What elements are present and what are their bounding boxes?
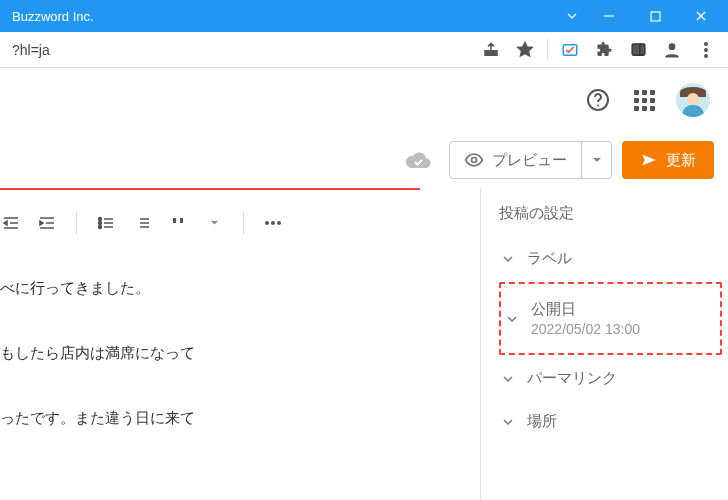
svg-point-22 bbox=[99, 226, 102, 229]
svg-rect-1 bbox=[651, 12, 660, 21]
svg-point-30 bbox=[271, 221, 275, 225]
editor-content[interactable]: べに行ってきました。 もしたら店内は満席になって ったです。また違う日に来て bbox=[0, 234, 480, 437]
sidebar-item-labels[interactable]: ラベル bbox=[499, 237, 722, 280]
sidebar-item-permalink[interactable]: パーマリンク bbox=[499, 357, 722, 400]
quote-dropdown-icon[interactable] bbox=[203, 212, 225, 234]
svg-point-31 bbox=[277, 221, 281, 225]
svg-point-13 bbox=[472, 158, 477, 163]
profile-icon[interactable] bbox=[658, 36, 686, 64]
help-icon[interactable] bbox=[584, 86, 612, 114]
titlebar-dropdown-icon[interactable] bbox=[558, 13, 586, 19]
editor-pane: べに行ってきました。 もしたら店内は満席になって ったです。また違う日に来て bbox=[0, 188, 480, 500]
window-minimize-button[interactable] bbox=[586, 0, 632, 32]
browser-menu-icon[interactable] bbox=[692, 36, 720, 64]
sidebar-title: 投稿の設定 bbox=[499, 204, 722, 223]
sidepanel-icon[interactable] bbox=[624, 36, 652, 64]
sidebar-item-label: 場所 bbox=[527, 412, 718, 431]
url-text[interactable]: ?hl=ja bbox=[8, 42, 471, 58]
more-tools-button[interactable] bbox=[262, 212, 284, 234]
content-line: ったです。また違う日に来て bbox=[0, 398, 470, 437]
editor-toolbar bbox=[0, 208, 480, 234]
preview-label: プレビュー bbox=[492, 151, 567, 170]
chevron-down-icon bbox=[503, 419, 515, 425]
post-settings-sidebar: 投稿の設定 ラベル 公開日 2022/05/02 13:00 パーマリンク 場所 bbox=[480, 188, 728, 500]
quote-button[interactable] bbox=[167, 212, 189, 234]
window-title: Buzzword Inc. bbox=[12, 9, 558, 24]
bookmark-star-icon[interactable] bbox=[511, 36, 539, 64]
numbered-list-button[interactable] bbox=[131, 212, 153, 234]
sidebar-item-label: ラベル bbox=[527, 249, 718, 268]
preview-button[interactable]: プレビュー bbox=[450, 142, 581, 178]
indent-decrease-button[interactable] bbox=[0, 212, 22, 234]
svg-point-8 bbox=[704, 42, 708, 46]
send-icon bbox=[640, 153, 658, 167]
update-label: 更新 bbox=[666, 151, 696, 170]
share-icon[interactable] bbox=[477, 36, 505, 64]
extension-permit-icon[interactable] bbox=[556, 36, 584, 64]
addressbar-separator bbox=[547, 39, 548, 61]
sidebar-item-label: パーマリンク bbox=[527, 369, 718, 388]
account-avatar[interactable] bbox=[676, 83, 710, 117]
sidebar-item-publish-date[interactable]: 公開日 2022/05/02 13:00 bbox=[503, 288, 718, 349]
chevron-down-icon bbox=[503, 256, 515, 262]
window-titlebar: Buzzword Inc. bbox=[0, 0, 728, 32]
svg-rect-5 bbox=[632, 44, 645, 55]
apps-grid-icon[interactable] bbox=[630, 86, 658, 114]
svg-point-10 bbox=[704, 54, 708, 58]
svg-point-12 bbox=[597, 105, 599, 107]
extensions-icon[interactable] bbox=[590, 36, 618, 64]
chevron-down-icon bbox=[503, 376, 515, 382]
chevron-down-icon bbox=[507, 316, 519, 322]
window-close-button[interactable] bbox=[678, 0, 724, 32]
svg-point-21 bbox=[99, 222, 102, 225]
publish-date-value: 2022/05/02 13:00 bbox=[531, 321, 714, 337]
preview-button-group: プレビュー bbox=[449, 141, 612, 179]
content-line: べに行ってきました。 bbox=[0, 268, 470, 307]
svg-point-20 bbox=[99, 218, 102, 221]
main-content-row: べに行ってきました。 もしたら店内は満席になって ったです。また違う日に来て 投… bbox=[0, 188, 728, 500]
publish-date-heading: 公開日 bbox=[531, 300, 714, 319]
bullet-list-button[interactable] bbox=[95, 212, 117, 234]
toolbar-separator bbox=[76, 212, 77, 234]
save-status-cloud-icon bbox=[403, 145, 433, 175]
publish-date-highlight: 公開日 2022/05/02 13:00 bbox=[499, 282, 722, 355]
preview-dropdown-button[interactable] bbox=[581, 142, 611, 178]
window-maximize-button[interactable] bbox=[632, 0, 678, 32]
action-row: プレビュー 更新 bbox=[0, 132, 728, 188]
browser-address-bar: ?hl=ja bbox=[0, 32, 728, 68]
update-button[interactable]: 更新 bbox=[622, 141, 714, 179]
indent-increase-button[interactable] bbox=[36, 212, 58, 234]
title-underline bbox=[0, 188, 420, 190]
app-header bbox=[0, 68, 728, 132]
eye-icon bbox=[464, 153, 484, 167]
toolbar-separator bbox=[243, 212, 244, 234]
svg-point-29 bbox=[265, 221, 269, 225]
svg-point-9 bbox=[704, 48, 708, 52]
content-line: もしたら店内は満席になって bbox=[0, 333, 470, 372]
svg-point-7 bbox=[669, 43, 676, 50]
sidebar-item-location[interactable]: 場所 bbox=[499, 400, 722, 443]
